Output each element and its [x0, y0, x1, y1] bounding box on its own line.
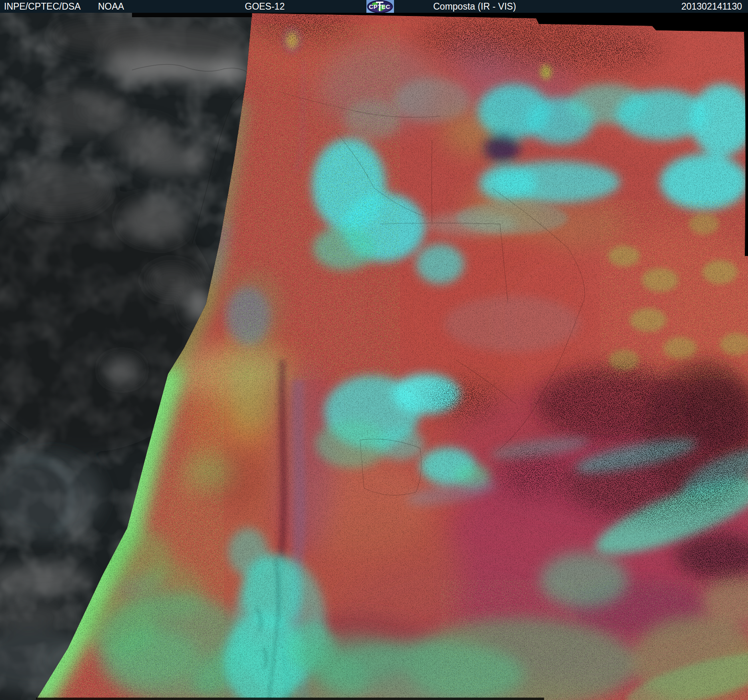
svg-text:GOES-12: GOES-12: [245, 1, 285, 12]
svg-text:INPE/CPTEC/DSA: INPE/CPTEC/DSA: [4, 1, 81, 12]
svg-text:Composta (IR - VIS): Composta (IR - VIS): [433, 1, 516, 12]
svg-text:201302141130: 201302141130: [681, 1, 742, 12]
svg-text:NOAA: NOAA: [98, 1, 124, 12]
